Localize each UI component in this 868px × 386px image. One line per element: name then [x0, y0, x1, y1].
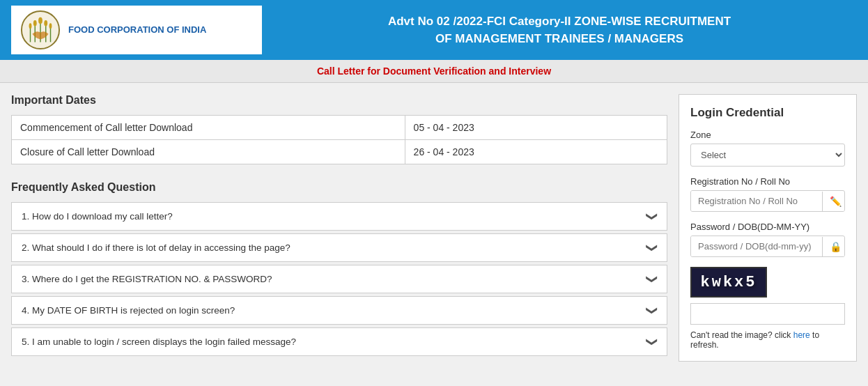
faq-question: 1. How do I download my call letter?	[22, 211, 173, 222]
refresh-captcha-link[interactable]: here	[793, 330, 810, 340]
svg-point-6	[38, 17, 42, 24]
svg-point-8	[44, 20, 47, 26]
password-input[interactable]	[691, 236, 822, 256]
chevron-down-icon: ❯	[646, 275, 659, 284]
page-header: FOOD CORPORATION OF INDIA Advt No 02 /20…	[0, 0, 868, 60]
login-title: Login Credential	[690, 106, 845, 120]
faq-question: 4. My DATE OF BIRTH is rejected on login…	[22, 305, 235, 316]
login-panel: Login Credential Zone SelectNorth ZoneSo…	[679, 94, 857, 362]
zone-label: Zone	[690, 130, 845, 140]
main-content: Important Dates Commencement of Call let…	[0, 83, 868, 373]
sub-header-text: Call Letter for Document Verification an…	[317, 65, 551, 77]
sub-header: Call Letter for Document Verification an…	[0, 60, 868, 83]
reg-input[interactable]	[691, 191, 822, 211]
reg-group: Registration No / Roll No ✏️	[690, 176, 845, 212]
fci-emblem	[20, 10, 61, 50]
reg-label: Registration No / Roll No	[690, 176, 845, 187]
password-label: Password / DOB(DD-MM-YY)	[690, 222, 845, 232]
dates-row: Closure of Call letter Download26 - 04 -…	[12, 140, 667, 164]
svg-point-10	[49, 23, 52, 29]
logo-area: FOOD CORPORATION OF INDIA	[11, 6, 262, 54]
cant-read-text: Can't read the image? click here to refr…	[690, 330, 845, 350]
important-dates-title: Important Dates	[11, 94, 667, 107]
left-panel: Important Dates Commencement of Call let…	[11, 94, 667, 359]
faq-question: 3. Where do I get the REGISTRATION NO. &…	[22, 274, 272, 284]
faq-item[interactable]: 5. I am unable to login / screen display…	[11, 327, 667, 356]
password-lock-icon[interactable]: 🔒	[822, 237, 845, 256]
chevron-down-icon: ❯	[646, 337, 659, 346]
dates-label: Commencement of Call letter Download	[12, 116, 405, 140]
dates-table: Commencement of Call letter Download05 -…	[11, 115, 667, 164]
captcha-image: kwkx5	[690, 267, 767, 298]
faq-title: Frequently Asked Question	[11, 181, 667, 194]
faq-question: 2. What should I do if there is lot of d…	[22, 242, 290, 253]
faq-question: 5. I am unable to login / screen display…	[22, 337, 296, 347]
header-title: Advt No 02 /2022-FCI Category-II ZONE-WI…	[262, 13, 857, 48]
org-name: FOOD CORPORATION OF INDIA	[68, 24, 206, 36]
chevron-down-icon: ❯	[646, 243, 659, 252]
reg-edit-icon[interactable]: ✏️	[822, 192, 845, 211]
zone-select[interactable]: SelectNorth ZoneSouth ZoneEast ZoneWest …	[690, 144, 845, 167]
faq-list: 1. How do I download my call letter?❯2. …	[11, 202, 667, 356]
svg-point-9	[29, 23, 32, 29]
faq-item[interactable]: 2. What should I do if there is lot of d…	[11, 233, 667, 262]
chevron-down-icon: ❯	[646, 212, 659, 221]
zone-group: Zone SelectNorth ZoneSouth ZoneEast Zone…	[690, 130, 845, 167]
password-input-wrapper: 🔒	[690, 236, 845, 257]
svg-point-7	[33, 20, 37, 26]
faq-item[interactable]: 1. How do I download my call letter?❯	[11, 202, 667, 231]
dates-value: 05 - 04 - 2023	[405, 116, 667, 140]
reg-input-wrapper: ✏️	[690, 190, 845, 212]
captcha-area: kwkx5	[690, 267, 845, 325]
chevron-down-icon: ❯	[646, 306, 659, 315]
dates-value: 26 - 04 - 2023	[405, 140, 667, 164]
captcha-input[interactable]	[690, 303, 845, 325]
dates-row: Commencement of Call letter Download05 -…	[12, 116, 667, 140]
password-group: Password / DOB(DD-MM-YY) 🔒	[690, 222, 845, 257]
faq-item[interactable]: 3. Where do I get the REGISTRATION NO. &…	[11, 265, 667, 293]
faq-item[interactable]: 4. My DATE OF BIRTH is rejected on login…	[11, 296, 667, 325]
dates-label: Closure of Call letter Download	[12, 140, 405, 164]
